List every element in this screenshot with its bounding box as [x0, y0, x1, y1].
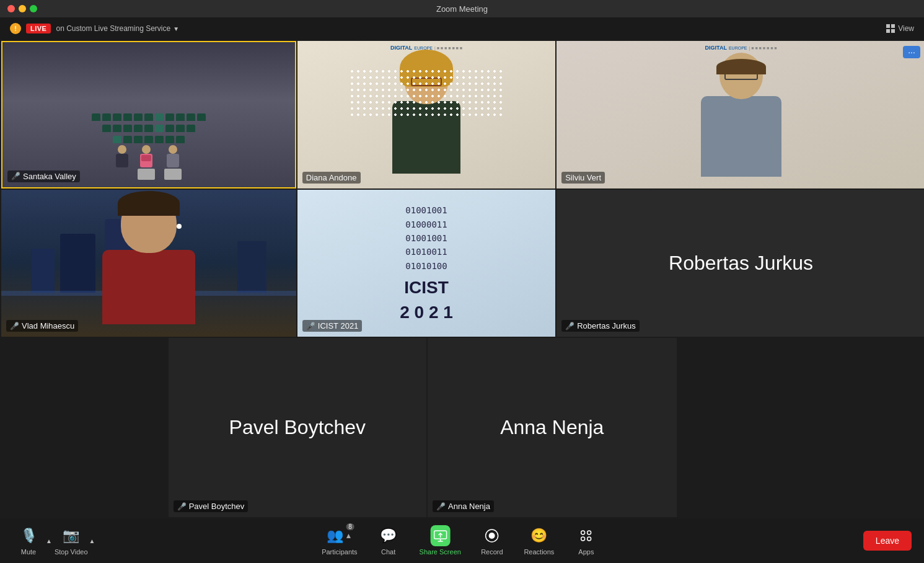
reactions-button[interactable]: 😊 Reactions [523, 526, 555, 556]
video-cell-icist: 01001001 01000011 01001001 01010011 0101… [297, 190, 555, 337]
top-bar: ! LIVE on Custom Live Streaming Service … [0, 17, 924, 40]
share-screen-button[interactable]: Share Screen [420, 526, 461, 556]
mute-label: Mute [21, 548, 36, 556]
icist-binary: 01001001 01000011 01001001 01010011 0101… [405, 203, 447, 273]
warning-icon: ! [10, 23, 21, 34]
apps-button[interactable]: Apps [570, 526, 602, 556]
svg-point-6 [581, 531, 585, 534]
streaming-dropdown-arrow[interactable]: ▼ [173, 25, 179, 32]
chat-label: Chat [381, 548, 395, 556]
video-arrow[interactable]: ▲ [89, 538, 95, 544]
silviu-body [701, 96, 781, 177]
icist-title: ICIST [404, 278, 449, 298]
video-cell-silviu: DIGITAL EUROPE | ■ ■ ■ ■ ■ ■ ■ ··· Silvi… [557, 41, 924, 188]
icist-name-label: 🎤 ICIST 2021 [302, 320, 363, 332]
mute-button[interactable]: 🎙️ Mute [12, 526, 45, 556]
anna-name-label: 🎤 Anna Nenja [433, 500, 494, 512]
video-cell-pavel: Pavel Boytchev 🎤 Pavel Boytchev [169, 338, 426, 517]
empty-cell-right [678, 338, 925, 517]
video-cell-robertas: Robertas Jurkus 🎤 Robertas Jurkus [557, 190, 924, 337]
silviu-video: DIGITAL EUROPE | ■ ■ ■ ■ ■ ■ ■ ··· [557, 41, 924, 188]
share-screen-icon [430, 526, 450, 546]
vlad-hair [118, 191, 180, 216]
presenters-area [116, 145, 182, 180]
microphone-icon: 🎙️ [19, 526, 38, 546]
vlad-mic-muted-icon: 🎤 [10, 322, 19, 330]
svg-point-9 [587, 537, 591, 541]
participants-label: Participants [322, 548, 357, 556]
grid-view-icon [886, 24, 895, 33]
title-bar: Zoom Meeting [0, 0, 924, 17]
video-camera-icon: 📷 [61, 526, 81, 546]
svg-point-7 [587, 531, 591, 534]
empty-cell [1, 338, 167, 517]
video-tool-group: 📷 Stop Video ▲ [55, 526, 95, 556]
svg-point-8 [581, 537, 585, 541]
silviu-header-logo: DIGITAL EUROPE | ■ ■ ■ ■ ■ ■ ■ [594, 45, 889, 51]
minimize-button[interactable] [19, 5, 26, 12]
diana-name-label: Diana Andone [302, 172, 361, 184]
record-button[interactable]: Record [476, 526, 508, 556]
chat-button[interactable]: 💬 Chat [372, 526, 405, 556]
record-icon [482, 526, 502, 546]
pavel-mic-muted-icon: 🎤 [177, 502, 187, 511]
video-cell-diana: DIGITAL EUROPE | ■ ■ ■ ■ ■ ■ ■ Diana And… [297, 41, 555, 188]
close-button[interactable] [7, 5, 15, 12]
audience-seats [2, 113, 295, 143]
mute-arrow[interactable]: ▲ [46, 538, 52, 544]
vlad-earphone [177, 224, 182, 229]
video-grid: 🎤 Santaka Valley DIGITAL EUROPE | ■ ■ ■ … [0, 40, 924, 337]
anna-mic-muted-icon: 🎤 [436, 502, 446, 511]
pavel-name-label: 🎤 Pavel Boytchev [174, 500, 249, 512]
silviu-figure [701, 53, 781, 177]
bottom-row: Pavel Boytchev 🎤 Pavel Boytchev Anna Nen… [0, 337, 924, 518]
toolbar-right: Leave [863, 531, 912, 551]
live-badge: LIVE [26, 24, 51, 33]
silviu-name-label: Silviu Vert [561, 172, 605, 184]
fullscreen-button[interactable] [30, 5, 37, 12]
window-title: Zoom Meeting [436, 4, 488, 14]
icist-content: 01001001 01000011 01001001 01010011 0101… [297, 190, 555, 337]
leave-button[interactable]: Leave [863, 531, 912, 551]
svg-point-5 [489, 533, 495, 539]
icist-year: 2 0 2 1 [400, 303, 453, 322]
diana-video: DIGITAL EUROPE | ■ ■ ■ ■ ■ ■ ■ [297, 41, 555, 188]
stop-video-label: Stop Video [55, 548, 88, 556]
silviu-head [719, 53, 763, 99]
streaming-label: on Custom Live Streaming Service ▼ [56, 24, 179, 33]
anna-display-name: Anna Nenja [500, 416, 604, 439]
mute-tool-group: 🎙️ Mute ▲ [12, 526, 52, 556]
reactions-label: Reactions [524, 548, 554, 556]
toolbar-center: 👥 8 ▲ Participants 💬 Chat [322, 526, 602, 556]
live-badge-area: ! LIVE on Custom Live Streaming Service … [10, 23, 179, 34]
robertas-mic-muted-icon: 🎤 [565, 322, 574, 330]
participants-icon: 👥 8 ▲ [330, 526, 350, 546]
video-cell-santaka: 🎤 Santaka Valley [1, 41, 296, 188]
vlad-video [1, 190, 296, 337]
santaka-name-label: 🎤 Santaka Valley [7, 171, 80, 182]
vlad-body [102, 250, 195, 324]
participants-button[interactable]: 👥 8 ▲ Participants [322, 526, 357, 556]
record-label: Record [481, 548, 503, 556]
icist-mic-muted-icon: 🎤 [306, 322, 315, 330]
view-button[interactable]: View [886, 24, 914, 33]
video-cell-vlad: 🎤 Vlad Mihaescu [1, 190, 296, 337]
traffic-lights [7, 5, 37, 12]
diana-body [392, 101, 460, 174]
apps-label: Apps [578, 548, 594, 556]
vlad-figure [102, 194, 195, 324]
reactions-icon: 😊 [529, 526, 549, 546]
mic-muted-icon: 🎤 [11, 172, 20, 180]
more-options-button[interactable]: ··· [903, 46, 920, 58]
share-screen-label: Share Screen [420, 548, 461, 556]
chat-icon: 💬 [379, 526, 398, 546]
vlad-head [121, 194, 177, 253]
participants-count-badge: 8 [346, 523, 354, 530]
toolbar-left: 🎙️ Mute ▲ 📷 Stop Video ▲ [12, 526, 95, 556]
diana-figure [349, 56, 504, 174]
vlad-name-label: 🎤 Vlad Mihaescu [6, 320, 78, 332]
stop-video-button[interactable]: 📷 Stop Video [55, 526, 88, 556]
robertas-name-label: 🎤 Robertas Jurkus [561, 320, 640, 332]
robertas-display-name: Robertas Jurkus [669, 252, 813, 275]
video-cell-anna: Anna Nenja 🎤 Anna Nenja [428, 338, 676, 517]
